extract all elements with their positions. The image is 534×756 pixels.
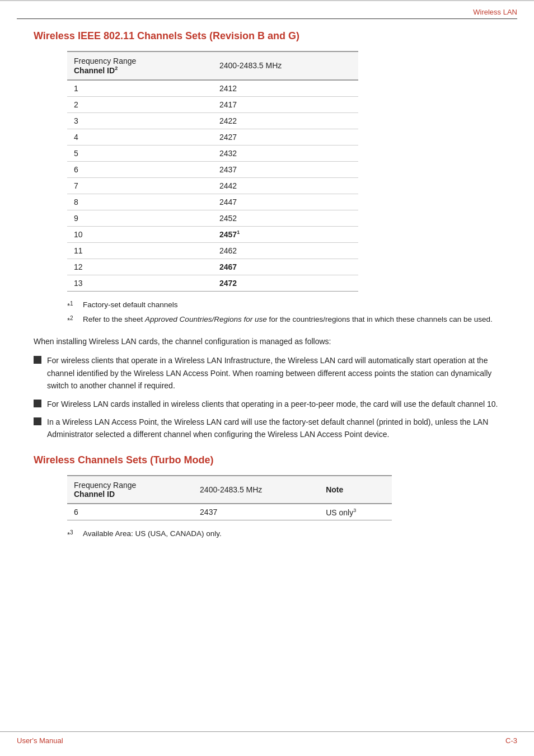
bullet-list-1: For wireless clients that operate in a W… (34, 354, 500, 440)
page-wrapper: Wireless LAN Wireless IEEE 802.11 Channe… (0, 0, 534, 756)
channel-cell: 6 (67, 161, 213, 177)
channel-cell: 10 (67, 226, 213, 243)
freq-cell: 2462 (213, 243, 358, 259)
turbo-col3-header: Note (319, 476, 392, 504)
channel-cell: 4 (67, 129, 213, 145)
list-item-text: For wireless clients that operate in a W… (47, 354, 500, 392)
freq-cell: 2472 (213, 275, 358, 292)
table-row: 122467 (67, 259, 358, 275)
col1-channel-label: Channel ID2 (74, 66, 118, 75)
table-row: 42427 (67, 129, 358, 145)
channel-table-1: Frequency Range Channel ID2 2400-2483.5 … (67, 51, 358, 292)
footer-right: C-3 (505, 736, 517, 745)
table-row: 22417 (67, 96, 358, 112)
table-row: 52432 (67, 145, 358, 161)
wireless-lan-label: Wireless LAN (473, 8, 517, 16)
channel-cell: 3 (67, 112, 213, 129)
section2: Wireless Channels Sets (Turbo Mode) Freq… (34, 454, 500, 541)
col1-header: Frequency Range Channel ID2 (67, 51, 213, 80)
table-row: 62437US only3 (67, 504, 392, 520)
footnote-text-3: Available Area: US (USA, CANADA) only. (83, 528, 222, 541)
table-row: 62437 (67, 161, 358, 177)
channel-cell: 8 (67, 194, 213, 210)
table-header-row: Frequency Range Channel ID2 2400-2483.5 … (67, 51, 358, 80)
list-item: For wireless clients that operate in a W… (34, 354, 500, 392)
table-row: 112462 (67, 243, 358, 259)
bullet-icon (34, 400, 41, 407)
freq-cell: 24571 (213, 226, 358, 243)
list-item: In a Wireless LAN Access Point, the Wire… (34, 416, 500, 441)
table-row: 1024571 (67, 226, 358, 243)
header-area: Wireless LAN (0, 3, 534, 18)
list-item-text: In a Wireless LAN Access Point, the Wire… (47, 416, 500, 441)
turbo-col1-channel: Channel ID (74, 490, 115, 499)
section2-title: Wireless Channels Sets (Turbo Mode) (34, 454, 500, 466)
col2-header: 2400-2483.5 MHz (213, 51, 358, 80)
freq-cell: 2442 (213, 177, 358, 194)
freq-cell: 2417 (213, 96, 358, 112)
footnotes-1: *1 Factory-set default channels *2 Refer… (67, 299, 500, 326)
table-row: 82447 (67, 194, 358, 210)
freq-cell: 2467 (213, 259, 358, 275)
body-paragraph-1: When installing Wireless LAN cards, the … (34, 335, 500, 348)
table-row: 32422 (67, 112, 358, 129)
section1-title: Wireless IEEE 802.11 Channels Sets (Revi… (34, 30, 500, 42)
footnote-item-3: *3 Available Area: US (USA, CANADA) only… (67, 528, 500, 541)
footnote-item-1: *1 Factory-set default channels (67, 299, 500, 312)
freq-cell: 2437 (213, 161, 358, 177)
channel-cell: 5 (67, 145, 213, 161)
channel-cell: 2 (67, 96, 213, 112)
freq-cell: 2427 (213, 129, 358, 145)
turbo-table-body: 62437US only3 (67, 504, 392, 520)
page-footer: User's Manual C-3 (0, 731, 534, 745)
freq-cell: 2452 (213, 210, 358, 226)
channel-cell: 11 (67, 243, 213, 259)
turbo-note-cell: US only3 (319, 504, 392, 520)
turbo-col2-header: 2400-2483.5 MHz (193, 476, 319, 504)
top-border (0, 0, 534, 1)
footer-left: User's Manual (17, 736, 63, 745)
footnote-marker-2: *2 (67, 314, 83, 326)
footnote-item-2: *2 Refer to the sheet Approved Countries… (67, 314, 500, 326)
turbo-channel-cell: 6 (67, 504, 193, 520)
main-content: Wireless IEEE 802.11 Channels Sets (Revi… (0, 19, 534, 572)
channel-cell: 13 (67, 275, 213, 292)
table-row: 132472 (67, 275, 358, 292)
freq-cell: 2447 (213, 194, 358, 210)
footnote-marker-1: *1 (67, 299, 83, 312)
list-item-text: For Wireless LAN cards installed in wire… (47, 398, 498, 410)
table-row: 12412 (67, 80, 358, 97)
footnote-marker-3: *3 (67, 528, 83, 541)
turbo-freq-cell: 2437 (193, 504, 319, 520)
turbo-col1-header: Frequency Range Channel ID (67, 476, 193, 504)
list-item: For Wireless LAN cards installed in wire… (34, 398, 500, 410)
channel-cell: 12 (67, 259, 213, 275)
freq-cell: 2422 (213, 112, 358, 129)
table-body-1: 1241222417324224242752432624377244282447… (67, 80, 358, 292)
table-row: 92452 (67, 210, 358, 226)
channel-cell: 7 (67, 177, 213, 194)
footnote-text-2: Refer to the sheet Approved Countries/Re… (83, 314, 493, 326)
bullet-icon (34, 417, 41, 425)
table-row: 72442 (67, 177, 358, 194)
footnotes-2: *3 Available Area: US (USA, CANADA) only… (67, 528, 500, 541)
footnote-text-1: Factory-set default channels (83, 299, 178, 312)
freq-cell: 2412 (213, 80, 358, 97)
bullet-icon (34, 356, 41, 364)
channel-cell: 1 (67, 80, 213, 97)
channel-table-2: Frequency Range Channel ID 2400-2483.5 M… (67, 475, 392, 521)
channel-cell: 9 (67, 210, 213, 226)
turbo-header-row: Frequency Range Channel ID 2400-2483.5 M… (67, 476, 392, 504)
freq-cell: 2432 (213, 145, 358, 161)
